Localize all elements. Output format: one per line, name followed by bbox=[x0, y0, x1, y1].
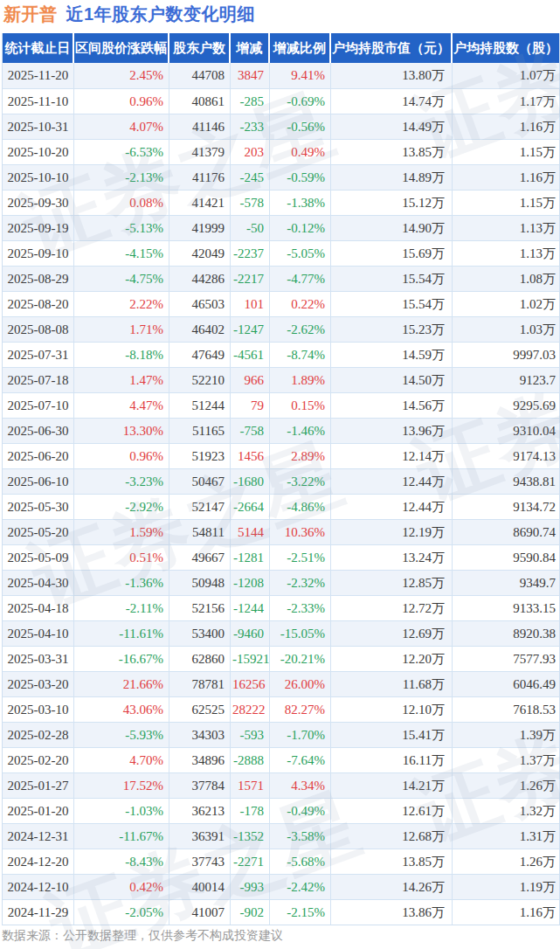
cell-delta: -902 bbox=[231, 899, 270, 925]
cell-date: 2025-07-10 bbox=[3, 392, 74, 418]
cell-date: 2025-04-18 bbox=[3, 595, 74, 620]
cell-holders: 41379 bbox=[169, 139, 231, 164]
cell-avg-shares: 9997.03 bbox=[453, 342, 559, 367]
cell-avg-value: 14.74万 bbox=[331, 88, 453, 114]
cell-price-change: 0.08% bbox=[74, 190, 169, 215]
cell-delta: 79 bbox=[231, 392, 270, 418]
cell-avg-value: 14.49万 bbox=[331, 114, 453, 139]
table-row: 2025-03-1043.06%625252822282.27%12.10万76… bbox=[3, 696, 559, 722]
table-row: 2024-12-20-8.43%37743-2271-5.68%13.85万1.… bbox=[3, 849, 559, 874]
cell-avg-value: 12.14万 bbox=[331, 443, 453, 468]
cell-holders: 41146 bbox=[169, 114, 231, 139]
cell-delta: -2664 bbox=[231, 494, 270, 519]
cell-avg-shares: 1.26万 bbox=[453, 772, 559, 798]
cell-avg-shares: 8690.74 bbox=[453, 519, 559, 544]
cell-avg-value: 15.41万 bbox=[331, 722, 453, 747]
cell-avg-value: 12.85万 bbox=[331, 570, 453, 595]
cell-avg-value: 15.69万 bbox=[331, 240, 453, 266]
cell-delta-ratio: 1.89% bbox=[270, 367, 331, 392]
cell-delta-ratio: -15.05% bbox=[270, 620, 331, 646]
cell-date: 2024-12-31 bbox=[3, 823, 74, 849]
cell-avg-shares: 1.15万 bbox=[453, 139, 559, 164]
cell-delta: -993 bbox=[231, 874, 270, 899]
cell-holders: 42049 bbox=[169, 240, 231, 266]
table-header: 统计截止日区间股价涨跌幅股东户数增减增减比例户均持股市值（元）户均持股数（股） bbox=[3, 33, 559, 63]
cell-avg-shares: 6046.49 bbox=[453, 671, 559, 696]
cell-avg-value: 13.85万 bbox=[331, 139, 453, 164]
cell-avg-shares: 8920.38 bbox=[453, 620, 559, 646]
cell-avg-shares: 1.26万 bbox=[453, 849, 559, 874]
cell-holders: 37743 bbox=[169, 849, 231, 874]
cell-delta-ratio: 0.22% bbox=[270, 291, 331, 316]
cell-delta: 101 bbox=[231, 291, 270, 316]
cell-holders: 34303 bbox=[169, 722, 231, 747]
cell-holders: 44708 bbox=[169, 63, 231, 88]
cell-date: 2025-01-20 bbox=[3, 798, 74, 823]
cell-delta-ratio: -8.74% bbox=[270, 342, 331, 367]
cell-date: 2025-10-31 bbox=[3, 114, 74, 139]
cell-delta-ratio: -1.46% bbox=[270, 418, 331, 443]
cell-holders: 51923 bbox=[169, 443, 231, 468]
cell-price-change: -4.15% bbox=[74, 240, 169, 266]
cell-avg-shares: 1.39万 bbox=[453, 722, 559, 747]
cell-avg-value: 13.96万 bbox=[331, 418, 453, 443]
cell-avg-shares: 1.02万 bbox=[453, 291, 559, 316]
cell-price-change: 1.59% bbox=[74, 519, 169, 544]
cell-holders: 41421 bbox=[169, 190, 231, 215]
cell-price-change: -16.67% bbox=[74, 646, 169, 671]
table-row: 2025-10-10-2.13%41176-245-0.59%14.89万1.1… bbox=[3, 164, 559, 190]
cell-date: 2025-04-10 bbox=[3, 620, 74, 646]
cell-delta-ratio: 4.34% bbox=[270, 772, 331, 798]
cell-avg-shares: 1.07万 bbox=[453, 63, 559, 88]
cell-avg-value: 12.10万 bbox=[331, 696, 453, 722]
cell-delta: -578 bbox=[231, 190, 270, 215]
cell-delta: -178 bbox=[231, 798, 270, 823]
cell-holders: 36391 bbox=[169, 823, 231, 849]
table-row: 2025-07-181.47%522109661.89%14.50万9123.7 bbox=[3, 367, 559, 392]
cell-delta-ratio: 10.36% bbox=[270, 519, 331, 544]
cell-date: 2025-06-20 bbox=[3, 443, 74, 468]
cell-delta: -245 bbox=[231, 164, 270, 190]
cell-delta: -285 bbox=[231, 88, 270, 114]
cell-delta-ratio: 0.15% bbox=[270, 392, 331, 418]
cell-price-change: 4.47% bbox=[74, 392, 169, 418]
cell-holders: 51165 bbox=[169, 418, 231, 443]
cell-avg-value: 12.44万 bbox=[331, 494, 453, 519]
cell-price-change: -2.13% bbox=[74, 164, 169, 190]
column-header-6: 户均持股数（股） bbox=[453, 33, 559, 63]
cell-delta: 16256 bbox=[231, 671, 270, 696]
cell-delta: -233 bbox=[231, 114, 270, 139]
table-row: 2025-08-202.22%465031010.22%15.54万1.02万 bbox=[3, 291, 559, 316]
cell-delta-ratio: -1.38% bbox=[270, 190, 331, 215]
cell-holders: 49667 bbox=[169, 544, 231, 570]
cell-delta: -15921 bbox=[231, 646, 270, 671]
cell-price-change: 2.45% bbox=[74, 63, 169, 88]
cell-price-change: 0.51% bbox=[74, 544, 169, 570]
cell-price-change: -2.92% bbox=[74, 494, 169, 519]
table-row: 2025-04-18-2.11%52156-1244-2.33%12.72万91… bbox=[3, 595, 559, 620]
cell-price-change: 4.70% bbox=[74, 747, 169, 772]
column-header-4: 增减比例 bbox=[270, 33, 331, 63]
cell-avg-value: 13.85万 bbox=[331, 849, 453, 874]
column-header-3: 增减 bbox=[231, 33, 270, 63]
cell-price-change: -3.23% bbox=[74, 468, 169, 494]
cell-avg-shares: 1.08万 bbox=[453, 266, 559, 291]
cell-delta-ratio: -2.15% bbox=[270, 899, 331, 925]
cell-price-change: -8.43% bbox=[74, 849, 169, 874]
table-row: 2025-07-31-8.18%47649-4561-8.74%14.59万99… bbox=[3, 342, 559, 367]
cell-price-change: 4.07% bbox=[74, 114, 169, 139]
cell-delta: 5144 bbox=[231, 519, 270, 544]
cell-price-change: 0.96% bbox=[74, 443, 169, 468]
cell-holders: 37784 bbox=[169, 772, 231, 798]
cell-avg-shares: 9134.72 bbox=[453, 494, 559, 519]
cell-delta: -9460 bbox=[231, 620, 270, 646]
cell-avg-value: 15.54万 bbox=[331, 266, 453, 291]
cell-holders: 62860 bbox=[169, 646, 231, 671]
cell-holders: 53400 bbox=[169, 620, 231, 646]
cell-avg-shares: 1.31万 bbox=[453, 823, 559, 849]
cell-avg-shares: 9590.84 bbox=[453, 544, 559, 570]
cell-date: 2025-11-20 bbox=[3, 63, 74, 88]
table-row: 2025-07-104.47%51244790.15%14.56万9295.69 bbox=[3, 392, 559, 418]
cell-avg-value: 12.20万 bbox=[331, 646, 453, 671]
cell-holders: 44286 bbox=[169, 266, 231, 291]
